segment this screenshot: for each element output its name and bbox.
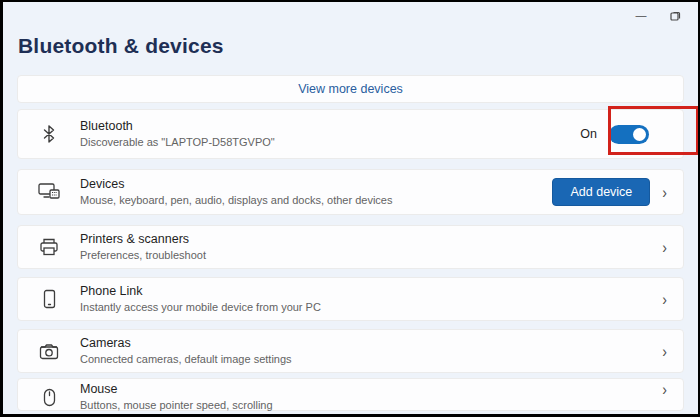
view-more-devices-label: View more devices [298,82,403,96]
phone-icon [38,288,60,310]
bluetooth-row[interactable]: Bluetooth Discoverable as "LAPTOP-D58TGV… [17,109,684,159]
devices-row[interactable]: Devices Mouse, keyboard, pen, audio, dis… [17,169,684,215]
restore-button[interactable] [658,4,692,26]
bluetooth-icon [38,123,60,145]
bluetooth-subtitle: Discoverable as "LAPTOP-D58TGVPO" [80,135,580,149]
close-button[interactable]: ✕ [692,4,700,26]
mouse-row[interactable]: Mouse Buttons, mouse pointer speed, scro… [17,378,684,411]
printer-icon [38,236,60,258]
settings-content: View more devices Bluetooth Discoverable… [3,62,698,417]
phone-link-subtitle: Instantly access your mobile device from… [80,300,650,314]
devices-title: Devices [80,177,552,192]
bluetooth-toggle[interactable] [609,125,649,144]
printers-subtitle: Preferences, troubleshoot [80,248,650,262]
devices-icon [38,181,60,203]
chevron-right-icon: › [662,184,667,200]
restore-icon [670,10,681,21]
cameras-row[interactable]: Cameras Connected cameras, default image… [17,329,684,373]
titlebar: — ✕ [3,2,698,28]
phone-link-title: Phone Link [80,284,650,299]
chevron-right-icon: › [662,381,667,397]
mouse-title: Mouse [80,382,650,397]
camera-icon [38,340,60,362]
printers-scanners-row[interactable]: Printers & scanners Preferences, trouble… [17,225,684,269]
mouse-subtitle: Buttons, mouse pointer speed, scrolling [80,398,650,412]
bluetooth-toggle-state-label: On [580,127,597,141]
view-more-devices-button[interactable]: View more devices [17,75,684,103]
mouse-icon [38,386,60,408]
chevron-right-icon: › [662,239,667,255]
chevron-right-icon: › [662,291,667,307]
cameras-subtitle: Connected cameras, default image setting… [80,352,650,366]
bluetooth-title: Bluetooth [80,119,580,134]
add-device-button[interactable]: Add device [552,178,650,206]
chevron-right-icon: › [662,343,667,359]
settings-window: — ✕ Bluetooth & devices View more device… [0,0,700,417]
printers-title: Printers & scanners [80,232,650,247]
toggle-knob [633,128,646,141]
devices-subtitle: Mouse, keyboard, pen, audio, displays an… [80,193,552,207]
phone-link-row[interactable]: Phone Link Instantly access your mobile … [17,277,684,321]
page-title: Bluetooth & devices [18,34,698,62]
minimize-button[interactable]: — [624,4,658,26]
cameras-title: Cameras [80,336,650,351]
